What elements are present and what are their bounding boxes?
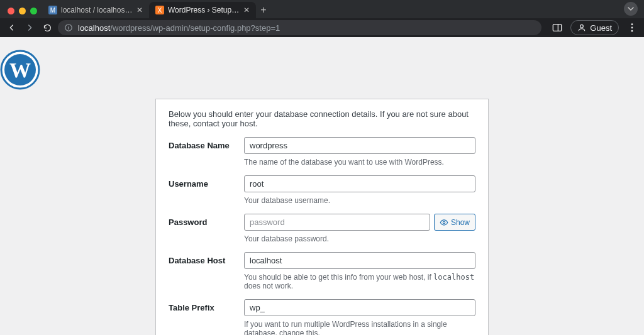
site-info-icon[interactable]	[64, 23, 73, 32]
tab-title: localhost / localhost / wordpr	[61, 6, 133, 14]
username-input[interactable]	[244, 175, 475, 192]
show-password-label: Show	[451, 218, 470, 227]
show-password-button[interactable]: Show	[434, 214, 475, 231]
label-password: Password	[169, 214, 244, 227]
profile-label: Guest	[590, 23, 612, 33]
kebab-icon	[631, 23, 633, 32]
svg-point-6	[631, 23, 633, 25]
url-display: localhost/wordpress/wp-admin/setup-confi…	[78, 23, 280, 33]
help-host: You should be able to get this info from…	[244, 273, 475, 290]
tab-wordpress-setup[interactable]: X WordPress › Setup Configurat ✕	[149, 2, 256, 18]
svg-rect-3	[553, 25, 562, 31]
panel-icon	[552, 23, 562, 32]
dbname-input[interactable]	[244, 137, 475, 154]
xampp-favicon: X	[155, 6, 164, 14]
row-dbname: Database Name The name of the database y…	[169, 137, 475, 167]
page-viewport: W Below you should enter your database c…	[0, 37, 644, 335]
tab-strip: M localhost / localhost / wordpr ✕ X Wor…	[0, 0, 644, 18]
row-username: Username Your database username.	[169, 175, 475, 205]
row-password: Password Show Your database password.	[169, 214, 475, 243]
tab-phpmyadmin[interactable]: M localhost / localhost / wordpr ✕	[42, 2, 149, 18]
window-maximize-button[interactable]	[30, 8, 37, 14]
back-button[interactable]	[5, 21, 19, 35]
reload-button[interactable]	[40, 21, 54, 35]
svg-point-7	[631, 27, 633, 29]
eye-icon	[440, 218, 448, 227]
svg-point-12	[443, 221, 445, 224]
person-icon	[577, 23, 586, 32]
forward-button[interactable]	[23, 21, 36, 35]
help-password: Your database password.	[244, 234, 475, 243]
phpmyadmin-favicon: M	[48, 6, 57, 14]
reload-icon	[43, 23, 52, 33]
chevron-down-icon	[628, 6, 634, 12]
row-prefix: Table Prefix If you want to run multiple…	[169, 299, 475, 335]
tab-title: WordPress › Setup Configurat	[168, 6, 240, 14]
svg-point-5	[580, 25, 584, 28]
collapse-tabs-button[interactable]	[624, 2, 638, 16]
label-username: Username	[169, 175, 244, 189]
intro-text: Below you should enter your database con…	[169, 109, 475, 128]
help-prefix: If you want to run multiple WordPress in…	[244, 320, 475, 335]
new-tab-button[interactable]: +	[256, 4, 271, 18]
close-tab-icon[interactable]: ✕	[243, 6, 250, 14]
svg-text:W: W	[9, 58, 31, 82]
side-panel-button[interactable]	[550, 21, 564, 35]
profile-button[interactable]: Guest	[570, 20, 619, 35]
window-close-button[interactable]	[8, 8, 14, 14]
browser-toolbar: localhost/wordpress/wp-admin/setup-confi…	[0, 18, 644, 37]
wordpress-logo-icon: W	[0, 50, 40, 90]
wordpress-logo: W	[0, 37, 644, 90]
host-input[interactable]	[244, 252, 475, 269]
help-dbname: The name of the database you want to use…	[244, 158, 475, 167]
help-username: Your database username.	[244, 196, 475, 205]
traffic-lights	[5, 8, 42, 18]
prefix-input[interactable]	[244, 299, 475, 316]
url-host: localhost	[78, 23, 110, 33]
label-host: Database Host	[169, 252, 244, 265]
close-tab-icon[interactable]: ✕	[136, 6, 143, 14]
browser-menu-button[interactable]	[625, 21, 639, 35]
password-input[interactable]	[244, 214, 430, 231]
url-path: /wordpress/wp-admin/setup-config.php?ste…	[110, 23, 280, 33]
window-minimize-button[interactable]	[19, 8, 26, 14]
label-dbname: Database Name	[169, 137, 244, 150]
browser-chrome: M localhost / localhost / wordpr ✕ X Wor…	[0, 0, 644, 37]
address-bar[interactable]: localhost/wordpress/wp-admin/setup-confi…	[58, 20, 541, 35]
label-prefix: Table Prefix	[169, 299, 244, 312]
svg-point-8	[631, 30, 633, 32]
arrow-left-icon	[7, 23, 17, 33]
setup-form: Below you should enter your database con…	[155, 99, 489, 335]
row-host: Database Host You should be able to get …	[169, 252, 475, 290]
arrow-right-icon	[25, 23, 35, 33]
